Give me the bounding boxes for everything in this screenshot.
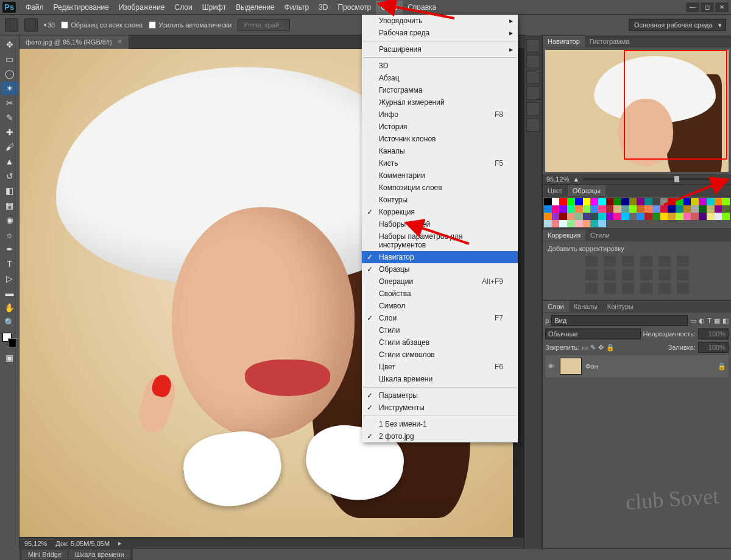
menu-item[interactable]: Параметры [362, 389, 518, 402]
swatch[interactable] [575, 205, 583, 213]
swatch[interactable] [575, 213, 583, 220]
zoom-in-icon[interactable]: ▲ [721, 175, 727, 183]
sample-all-layers-checkbox[interactable]: Образец со всех слоев [61, 21, 143, 29]
swatch[interactable] [559, 220, 567, 227]
swatch[interactable] [722, 213, 730, 220]
close-button[interactable]: ✕ [715, 2, 729, 12]
menu-item[interactable]: Композиции слоев [362, 182, 518, 194]
swatch[interactable] [606, 205, 614, 213]
swatch[interactable] [552, 220, 560, 227]
swatch[interactable] [722, 205, 730, 213]
hand-tool[interactable]: ✋ [1, 301, 18, 314]
collapsed-panel-icon[interactable] [526, 118, 540, 132]
menu-просмотр[interactable]: Просмотр [333, 1, 376, 14]
lock-icon[interactable]: ✥ [598, 344, 604, 352]
tab-layers[interactable]: Слои [543, 301, 569, 312]
auto-enhance-checkbox[interactable]: Усилить автоматически [149, 21, 231, 29]
swatch[interactable] [590, 213, 598, 220]
swatch[interactable] [552, 205, 560, 213]
tab-navigator[interactable]: Навигатор [543, 36, 585, 47]
swatch[interactable] [660, 213, 668, 220]
swatch[interactable] [691, 198, 699, 205]
tab-channels[interactable]: Каналы [569, 301, 602, 312]
marquee-tool[interactable]: ▭ [1, 52, 18, 66]
adj-icon[interactable] [659, 256, 671, 267]
adj-icon[interactable] [640, 283, 652, 294]
menu-item[interactable]: Стили абзацев [362, 336, 518, 349]
tab-styles[interactable]: Стили [585, 230, 615, 241]
menu-item[interactable]: Навигатор [362, 251, 518, 263]
fg-bg-swatch[interactable] [2, 333, 17, 347]
swatch[interactable] [621, 205, 629, 213]
menu-справка[interactable]: Справка [403, 1, 441, 14]
menu-item[interactable]: ИнфоF8 [362, 108, 518, 121]
swatch[interactable] [715, 213, 722, 220]
swatch[interactable] [722, 198, 730, 205]
shape-tool[interactable]: ▬ [1, 286, 18, 300]
history-brush-tool[interactable]: ↺ [1, 169, 18, 183]
menu-item[interactable]: Инструменты [362, 402, 518, 414]
menu-item[interactable]: Гистограмма [362, 84, 518, 96]
swatch[interactable] [544, 213, 552, 220]
menu-item[interactable]: 3D [362, 60, 518, 72]
document-tab[interactable]: фото.jpg @ 95,1% (RGB/8#) ✕ [19, 35, 129, 49]
swatch[interactable] [668, 213, 676, 220]
swatch[interactable] [683, 198, 691, 205]
swatch[interactable] [583, 205, 591, 213]
menu-окно[interactable]: Окно [376, 1, 403, 14]
swatch[interactable] [707, 213, 715, 220]
collapsed-panel-icon[interactable] [526, 55, 540, 68]
menu-item[interactable]: Упорядочить [362, 15, 518, 27]
swatch[interactable] [715, 205, 722, 213]
swatch[interactable] [644, 213, 652, 220]
menu-item[interactable]: ЦветF6 [362, 361, 518, 373]
layer-filter-select[interactable]: Вид [551, 315, 688, 326]
stamp-tool[interactable]: ▲ [1, 155, 18, 168]
adj-icon[interactable] [604, 269, 616, 280]
dodge-tool[interactable]: ☼ [1, 228, 18, 241]
adj-icon[interactable] [622, 256, 634, 267]
lock-icon[interactable]: 🔒 [606, 344, 615, 352]
swatch[interactable] [606, 213, 614, 220]
menu-item[interactable]: Коррекция [362, 206, 518, 218]
adj-icon[interactable] [622, 283, 634, 294]
path-select-tool[interactable]: ▷ [1, 272, 18, 285]
menu-шрифт[interactable]: Шрифт [197, 1, 231, 14]
swatch[interactable] [676, 205, 683, 213]
collapsed-panel-icon[interactable] [526, 39, 540, 52]
adj-icon[interactable] [640, 269, 652, 280]
menu-item[interactable]: 2 фото.jpg [362, 430, 518, 442]
swatch[interactable] [637, 213, 644, 220]
swatch[interactable] [559, 205, 567, 213]
swatch[interactable] [621, 213, 629, 220]
visibility-icon[interactable]: 👁 [548, 363, 556, 370]
filter-icon[interactable]: ▦ [714, 317, 720, 325]
swatch[interactable] [552, 213, 560, 220]
swatch[interactable] [707, 205, 715, 213]
swatch[interactable] [699, 205, 707, 213]
menu-выделение[interactable]: Выделение [231, 1, 280, 14]
swatch[interactable] [544, 220, 552, 227]
menu-item[interactable]: Комментарии [362, 169, 518, 182]
tab-mini-bridge[interactable]: Mini Bridge [22, 550, 68, 559]
swatch[interactable] [699, 213, 707, 220]
eraser-tool[interactable]: ◧ [1, 184, 18, 197]
swatch[interactable] [613, 213, 621, 220]
swatch[interactable] [613, 198, 621, 205]
lasso-tool[interactable]: ◯ [1, 67, 18, 80]
swatch[interactable] [644, 198, 652, 205]
pen-tool[interactable]: ✒ [1, 243, 18, 256]
menu-3d[interactable]: 3D [314, 1, 333, 14]
swatch[interactable] [668, 198, 676, 205]
eyedropper-tool[interactable]: ✎ [1, 111, 18, 124]
tab-timeline[interactable]: Шкала времени [69, 550, 130, 559]
maximize-button[interactable]: ◻ [701, 2, 714, 12]
collapsed-panel-icon[interactable] [526, 71, 540, 84]
minimize-button[interactable]: — [686, 2, 699, 12]
menu-item[interactable]: Наборы кистей [362, 218, 518, 230]
brush-tool[interactable]: 🖌 [1, 140, 18, 154]
menu-item[interactable]: Образцы [362, 263, 518, 275]
swatch[interactable] [676, 198, 683, 205]
swatch[interactable] [567, 213, 575, 220]
adj-icon[interactable] [604, 256, 616, 267]
